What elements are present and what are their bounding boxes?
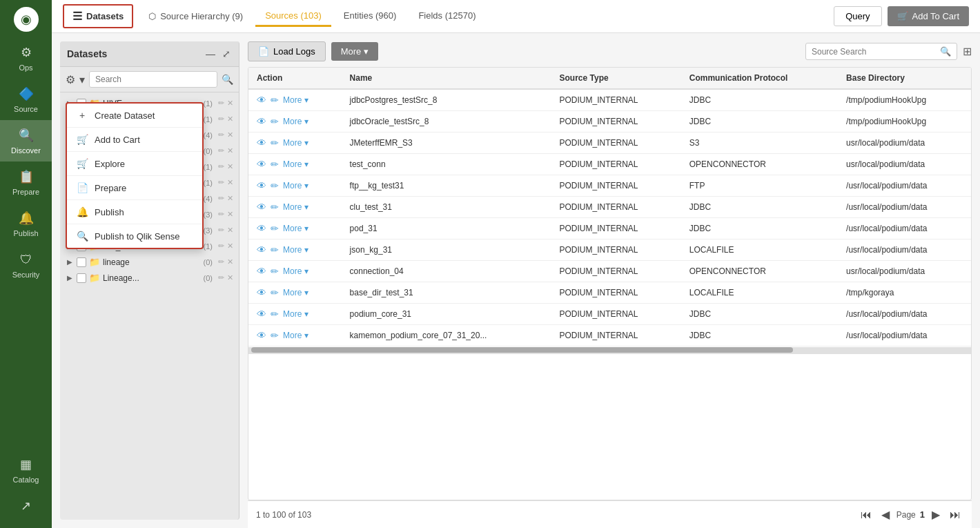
edit-dataset-button[interactable]: ✏ [218, 194, 224, 203]
delete-dataset-button[interactable]: ✕ [227, 257, 233, 266]
delete-dataset-button[interactable]: ✕ [227, 226, 233, 235]
delete-dataset-button[interactable]: ✕ [227, 242, 233, 251]
source-search-input[interactable] [812, 47, 936, 57]
edit-source-button[interactable]: ✏ [271, 95, 279, 106]
minimize-panel-button[interactable]: — [204, 47, 217, 61]
more-cell-button[interactable]: More ▾ [283, 138, 308, 148]
load-logs-button[interactable]: 📄 Load Logs [248, 41, 326, 61]
dropdown-publish-qlik[interactable]: 🔍 Publish to Qlik Sense [67, 224, 202, 248]
sidebar-item-source[interactable]: 🔷 Source [0, 79, 52, 120]
more-cell-button[interactable]: More ▾ [283, 159, 308, 169]
edit-dataset-button[interactable]: ✏ [218, 162, 224, 171]
edit-source-button[interactable]: ✏ [271, 202, 279, 213]
dropdown-add-to-cart[interactable]: 🛒 Add to Cart [67, 128, 202, 152]
more-cell-button[interactable]: More ▾ [283, 224, 308, 233]
more-cell-button[interactable]: More ▾ [283, 202, 308, 212]
view-source-button[interactable]: 👁 [257, 266, 266, 277]
dropdown-explore[interactable]: 🛒 Explore [67, 152, 202, 176]
more-cell-button[interactable]: More ▾ [283, 266, 308, 276]
edit-dataset-button[interactable]: ✏ [218, 178, 224, 187]
edit-dataset-button[interactable]: ✏ [218, 257, 224, 266]
view-source-button[interactable]: 👁 [257, 95, 266, 106]
view-source-button[interactable]: 👁 [257, 116, 266, 127]
tab-sources[interactable]: Sources (103) [255, 6, 331, 27]
edit-source-button[interactable]: ✏ [271, 309, 279, 320]
view-source-button[interactable]: 👁 [257, 137, 266, 148]
sidebar-item-publish[interactable]: 🔔 Publish [0, 203, 52, 244]
datasets-search-input[interactable] [89, 71, 217, 88]
expand-panel-button[interactable]: ⤢ [221, 47, 232, 61]
sidebar-item-prepare[interactable]: 📋 Prepare [0, 162, 52, 203]
more-cell-button[interactable]: More ▾ [283, 245, 308, 255]
sidebar-item-security[interactable]: 🛡 Security [0, 244, 52, 286]
more-cell-button[interactable]: More ▾ [283, 309, 308, 319]
more-cell-button[interactable]: More ▾ [283, 95, 308, 105]
dataset-checkbox[interactable] [77, 257, 86, 267]
edit-dataset-button[interactable]: ✏ [218, 146, 224, 155]
dataset-list-item[interactable]: ▶ 📁 lineage (0) ✏ ✕ [60, 254, 239, 270]
dropdown-create-dataset[interactable]: + Create Dataset [67, 104, 202, 128]
dropdown-arrow-button[interactable]: ▾ [79, 73, 85, 86]
gear-button[interactable]: ⚙ [66, 73, 75, 86]
expand-row-button[interactable]: ▶ [66, 274, 74, 282]
view-source-button[interactable]: 👁 [257, 159, 266, 170]
last-page-button[interactable]: ⏭ [947, 507, 963, 522]
edit-dataset-button[interactable]: ✏ [218, 115, 224, 124]
more-cell-button[interactable]: More ▾ [283, 181, 308, 190]
sidebar-item-ops[interactable]: ⚙ Ops [0, 37, 52, 79]
edit-source-button[interactable]: ✏ [271, 223, 279, 234]
view-source-button[interactable]: 👁 [257, 309, 266, 320]
edit-dataset-button[interactable]: ✏ [218, 130, 224, 139]
edit-source-button[interactable]: ✏ [271, 266, 279, 277]
delete-dataset-button[interactable]: ✕ [227, 130, 233, 139]
view-source-button[interactable]: 👁 [257, 330, 266, 341]
delete-dataset-button[interactable]: ✕ [227, 115, 233, 124]
tab-entities[interactable]: Entities (960) [334, 6, 406, 27]
delete-dataset-button[interactable]: ✕ [227, 273, 233, 282]
horizontal-scrollbar[interactable] [248, 347, 971, 354]
edit-source-button[interactable]: ✏ [271, 137, 279, 148]
prev-page-button[interactable]: ◀ [879, 507, 892, 522]
delete-dataset-button[interactable]: ✕ [227, 194, 233, 203]
edit-dataset-button[interactable]: ✏ [218, 242, 224, 251]
view-source-button[interactable]: 👁 [257, 287, 266, 298]
edit-source-button[interactable]: ✏ [271, 159, 279, 170]
edit-dataset-button[interactable]: ✏ [218, 210, 224, 219]
more-button[interactable]: More ▾ [331, 42, 379, 61]
grid-view-button[interactable]: ⊞ [963, 45, 972, 58]
edit-dataset-button[interactable]: ✏ [218, 226, 224, 235]
delete-dataset-button[interactable]: ✕ [227, 210, 233, 219]
sidebar-item-discover[interactable]: 🔍 Discover [0, 120, 52, 162]
dataset-list-item[interactable]: ▶ 📁 Lineage... (0) ✏ ✕ [60, 270, 239, 286]
more-cell-button[interactable]: More ▾ [283, 331, 308, 340]
dataset-checkbox[interactable] [77, 273, 86, 283]
next-page-button[interactable]: ▶ [929, 507, 943, 522]
edit-source-button[interactable]: ✏ [271, 244, 279, 255]
view-source-button[interactable]: 👁 [257, 244, 266, 255]
dropdown-publish[interactable]: 🔔 Publish [67, 200, 202, 224]
sidebar-item-expand[interactable]: ↗ [0, 491, 52, 521]
edit-source-button[interactable]: ✏ [271, 116, 279, 127]
delete-dataset-button[interactable]: ✕ [227, 99, 233, 108]
view-source-button[interactable]: 👁 [257, 202, 266, 213]
delete-dataset-button[interactable]: ✕ [227, 146, 233, 155]
add-to-cart-button[interactable]: 🛒 Add To Cart [888, 6, 969, 26]
sidebar-item-catalog[interactable]: ▦ Catalog [0, 449, 52, 491]
edit-dataset-button[interactable]: ✏ [218, 273, 224, 282]
more-cell-button[interactable]: More ▾ [283, 288, 308, 297]
edit-source-button[interactable]: ✏ [271, 330, 279, 341]
query-button[interactable]: Query [834, 6, 881, 26]
dropdown-prepare[interactable]: 📄 Prepare [67, 176, 202, 200]
view-source-button[interactable]: 👁 [257, 223, 266, 234]
view-source-button[interactable]: 👁 [257, 180, 266, 191]
delete-dataset-button[interactable]: ✕ [227, 178, 233, 187]
edit-dataset-button[interactable]: ✏ [218, 99, 224, 108]
tab-fields[interactable]: Fields (12570) [409, 6, 485, 27]
more-cell-button[interactable]: More ▾ [283, 117, 308, 126]
edit-source-button[interactable]: ✏ [271, 287, 279, 298]
expand-row-button[interactable]: ▶ [66, 258, 74, 266]
edit-source-button[interactable]: ✏ [271, 180, 279, 191]
datasets-button[interactable]: ☰ Datasets [63, 4, 133, 28]
datasets-search-button[interactable]: 🔍 [222, 74, 233, 85]
source-hierarchy-tab[interactable]: ⬡ Source Hierarchy (9) [139, 6, 253, 27]
